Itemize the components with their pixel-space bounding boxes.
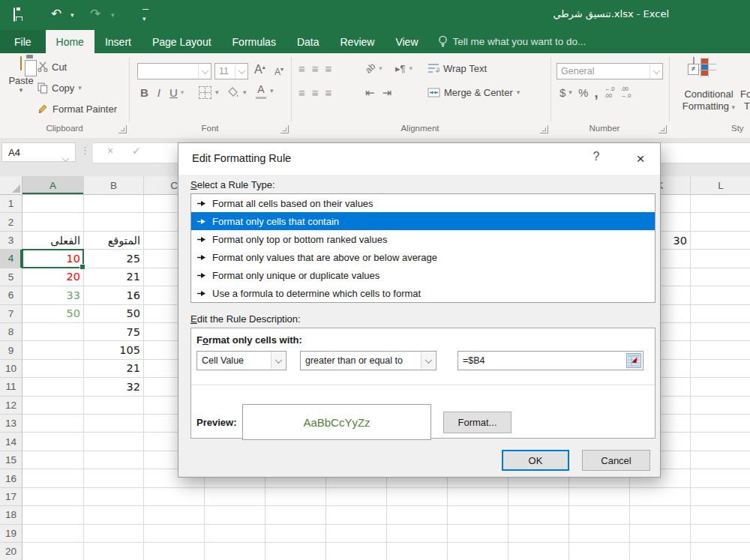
- row-header-13[interactable]: 13: [0, 415, 22, 433]
- cell-L6[interactable]: [691, 286, 750, 304]
- cell-A11[interactable]: [22, 378, 84, 396]
- row-header-10[interactable]: 10: [0, 360, 22, 378]
- rule-type-option-5[interactable]: Format only unique or duplicate values: [191, 266, 655, 284]
- customize-qat-icon[interactable]: ▾: [142, 9, 148, 24]
- row-header-4[interactable]: 4: [0, 250, 22, 268]
- merge-center-button[interactable]: Merge & Center ▾: [428, 84, 520, 100]
- align-left-icon[interactable]: ≡: [298, 87, 304, 98]
- cell-B2[interactable]: [84, 213, 144, 231]
- align-right-icon[interactable]: ≡: [326, 87, 332, 98]
- cell-H20[interactable]: [448, 543, 508, 560]
- column-header-B[interactable]: B: [84, 176, 144, 195]
- cell-B16[interactable]: [84, 469, 144, 487]
- cell-A2[interactable]: [22, 213, 84, 231]
- cell-L15[interactable]: [691, 451, 750, 469]
- row-header-18[interactable]: 18: [0, 506, 22, 524]
- enter-entry-icon[interactable]: ✓: [132, 145, 141, 156]
- cell-L9[interactable]: [691, 341, 750, 359]
- tab-review[interactable]: Review: [330, 30, 386, 53]
- underline-dropdown-icon[interactable]: ▾: [181, 88, 184, 96]
- cell-B3[interactable]: المتوقع: [84, 232, 144, 250]
- cell-A19[interactable]: [22, 525, 84, 543]
- cell-H19[interactable]: [448, 525, 508, 543]
- cell-B6[interactable]: 16: [84, 286, 144, 304]
- cell-L19[interactable]: [691, 525, 750, 543]
- font-color-dropdown-icon[interactable]: ▾: [270, 87, 274, 94]
- number-format-dropdown-icon[interactable]: [650, 64, 662, 79]
- cell-E17[interactable]: [266, 488, 326, 506]
- cell-C19[interactable]: [144, 525, 205, 543]
- fill-handle[interactable]: [80, 264, 86, 270]
- cell-L1[interactable]: [691, 195, 750, 213]
- cell-E20[interactable]: [266, 543, 326, 560]
- cell-D17[interactable]: [205, 488, 266, 506]
- cell-J18[interactable]: [569, 506, 630, 524]
- cell-D20[interactable]: [205, 543, 266, 560]
- conditional-formatting-label-line2[interactable]: Formatting ▾: [679, 100, 739, 112]
- cell-A12[interactable]: [22, 397, 84, 415]
- cell-E18[interactable]: [266, 506, 326, 524]
- cell-A18[interactable]: [22, 506, 84, 524]
- cell-L10[interactable]: [691, 360, 750, 378]
- clipboard-dialog-launcher-icon[interactable]: [118, 125, 127, 133]
- cell-L5[interactable]: [691, 268, 750, 286]
- cell-L12[interactable]: [691, 397, 750, 415]
- row-header-15[interactable]: 15: [0, 451, 22, 469]
- cell-H17[interactable]: [448, 488, 508, 506]
- undo-icon[interactable]: ↶: [51, 6, 62, 22]
- cell-L4[interactable]: [691, 250, 750, 268]
- row-header-1[interactable]: 1: [0, 195, 22, 213]
- cell-B7[interactable]: 50: [84, 305, 144, 323]
- increase-indent-icon[interactable]: ⇥: [382, 87, 392, 98]
- cell-D18[interactable]: [205, 506, 266, 524]
- percent-style-icon[interactable]: %: [578, 87, 588, 98]
- condition-operator-dropdown-icon[interactable]: [421, 352, 435, 369]
- tab-formulas[interactable]: Formulas: [222, 30, 286, 53]
- italic-button[interactable]: I: [158, 87, 160, 98]
- cell-F17[interactable]: [326, 488, 387, 506]
- cell-G18[interactable]: [387, 506, 448, 524]
- row-header-17[interactable]: 17: [0, 488, 22, 506]
- font-name-combo[interactable]: [137, 63, 212, 79]
- column-header-L[interactable]: L: [691, 176, 750, 195]
- cell-C18[interactable]: [144, 506, 205, 524]
- fill-color-button[interactable]: ▾: [227, 84, 247, 100]
- ok-button[interactable]: OK: [502, 450, 569, 471]
- borders-button[interactable]: ▾: [199, 84, 219, 100]
- shrink-font-button[interactable]: A▾: [274, 63, 284, 79]
- cell-B14[interactable]: [84, 433, 144, 451]
- format-painter-button[interactable]: Format Painter: [38, 100, 117, 117]
- cell-K20[interactable]: [630, 543, 691, 560]
- cell-F18[interactable]: [326, 506, 387, 524]
- cell-A14[interactable]: [22, 433, 84, 451]
- cell-D19[interactable]: [205, 525, 266, 543]
- cell-E19[interactable]: [266, 525, 326, 543]
- font-name-dropdown-icon[interactable]: [198, 64, 211, 79]
- cell-I19[interactable]: [508, 525, 569, 543]
- cell-A8[interactable]: [22, 323, 84, 341]
- row-header-3[interactable]: 3: [0, 232, 22, 250]
- rule-type-option-2-selected[interactable]: Format only cells that contain: [191, 212, 655, 230]
- cell-C20[interactable]: [144, 543, 205, 560]
- tab-page-layout[interactable]: Page Layout: [142, 30, 222, 53]
- cell-A1[interactable]: [22, 195, 84, 213]
- rule-type-option-3[interactable]: Format only top or bottom ranked values: [191, 230, 655, 248]
- font-dialog-launcher-icon[interactable]: [280, 125, 289, 133]
- cell-L20[interactable]: [691, 543, 750, 560]
- cell-I20[interactable]: [508, 543, 569, 560]
- cancel-entry-icon[interactable]: ×: [107, 145, 113, 156]
- cell-G19[interactable]: [387, 525, 448, 543]
- cell-J19[interactable]: [569, 525, 630, 543]
- align-bottom-icon[interactable]: ≡: [326, 63, 332, 74]
- cut-button[interactable]: Cut: [38, 58, 67, 75]
- cell-B11[interactable]: 32: [84, 378, 144, 396]
- borders-dropdown-icon[interactable]: ▾: [215, 88, 219, 96]
- fill-color-dropdown-icon[interactable]: ▾: [243, 88, 247, 96]
- row-header-12[interactable]: 12: [0, 397, 22, 415]
- rule-type-option-6[interactable]: Use a formula to determine which cells t…: [191, 284, 655, 302]
- cell-L7[interactable]: [691, 305, 750, 323]
- cell-B19[interactable]: [84, 525, 144, 543]
- row-header-6[interactable]: 6: [0, 286, 22, 304]
- row-header-8[interactable]: 8: [0, 323, 22, 341]
- cell-L16[interactable]: [691, 469, 750, 487]
